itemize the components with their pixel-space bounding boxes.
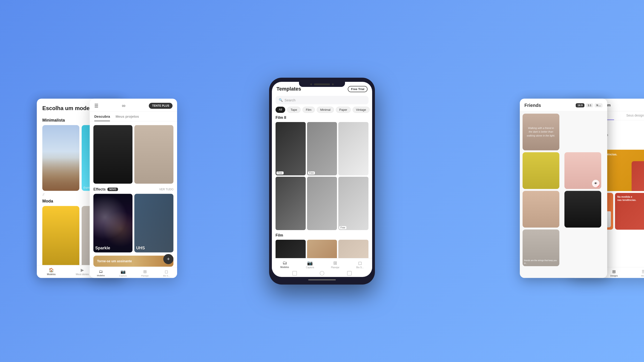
tab-meus-projetos[interactable]: Meus projetos bbox=[116, 114, 139, 121]
hamburger-icon[interactable]: ☰ bbox=[94, 103, 98, 108]
bio-icon: ◻ bbox=[165, 269, 168, 274]
panel-center-left: ☰ ∞ TENTE PLUS Descubra Meus projetos Ef… bbox=[90, 99, 177, 278]
phone-notch bbox=[299, 82, 345, 87]
preview-eye-icon[interactable]: 👁 bbox=[592, 180, 600, 187]
nav-fr-menu-label: Menu bbox=[641, 275, 644, 277]
plus-button[interactable]: + bbox=[163, 254, 174, 264]
cl-photo-woman bbox=[134, 125, 174, 184]
phone-search-bar[interactable]: 🔍 Search bbox=[276, 96, 368, 104]
phone-nav-captura[interactable]: 📷 Captura bbox=[306, 260, 314, 269]
cl-photo-couple bbox=[94, 125, 132, 184]
template-f2-2[interactable]: Free bbox=[307, 122, 337, 175]
template-f2-4[interactable] bbox=[276, 177, 306, 230]
torne-text: Torne-se um assinante bbox=[97, 259, 132, 263]
cl-photo-row bbox=[94, 125, 174, 184]
torne-banner[interactable]: Torne-se um assinante bbox=[94, 256, 174, 267]
friends-title: Friends bbox=[524, 103, 541, 108]
nav-cl-planejar[interactable]: ⊞ Planejar bbox=[141, 269, 148, 277]
template-f2-5[interactable] bbox=[307, 177, 337, 230]
sensor-dot bbox=[332, 83, 334, 85]
phone-app-title: Templates bbox=[276, 86, 301, 92]
phone-home-bar bbox=[308, 279, 336, 280]
friend-card-fashion[interactable] bbox=[522, 191, 559, 228]
cl-content: Effects NOVO VER TUDO Sparkle UHS Torne-… bbox=[90, 121, 177, 271]
recents-indicator[interactable] bbox=[347, 271, 352, 276]
effects-title: Effects bbox=[94, 187, 106, 191]
phone-body: Templates Free Trial 🔍 Search All Tape F… bbox=[269, 78, 375, 285]
cl-header: ☰ ∞ TENTE PLUS bbox=[90, 99, 177, 112]
chip-tape[interactable]: Tape bbox=[287, 107, 300, 113]
template-f2-6[interactable]: Free bbox=[338, 177, 368, 230]
grid-icon: 🗂 bbox=[99, 269, 103, 274]
friend-card-flowers[interactable]: REC 👁 bbox=[564, 152, 601, 189]
phone-nav-bio-label: Bio S... bbox=[356, 266, 364, 269]
bio-icon-phone: ◻ bbox=[358, 260, 362, 266]
chip-all[interactable]: All bbox=[276, 107, 285, 113]
back-indicator[interactable] bbox=[292, 271, 297, 276]
free-label-f2-1: Free bbox=[276, 171, 284, 174]
nav-left-meus-stories[interactable]: ▶ Meus stories bbox=[76, 268, 89, 276]
friend-card-yellow[interactable] bbox=[522, 152, 559, 189]
phone-nav-modelos[interactable]: 🗂 Modelos bbox=[280, 260, 289, 269]
effects-grid: Sparkle UHS bbox=[94, 194, 174, 252]
search-icon: 🔍 bbox=[279, 98, 283, 102]
play-icon: ▶ bbox=[81, 268, 84, 273]
template-f-3[interactable] bbox=[338, 240, 368, 258]
nav-cl-bio[interactable]: ◻ Bio S... bbox=[163, 269, 170, 277]
nav-fr-designs-label: Designs bbox=[610, 275, 618, 277]
ratio-169[interactable]: 16:9 bbox=[576, 103, 584, 107]
template-f2-1[interactable]: Free bbox=[276, 122, 306, 175]
nav-cl-captura[interactable]: 📷 Captura bbox=[119, 269, 126, 277]
designs-icon: ⊞ bbox=[612, 269, 616, 274]
tab-descubra[interactable]: Descubra bbox=[94, 114, 110, 121]
phone-nav-planejar-label: Planejar bbox=[331, 266, 340, 269]
app-logo: ∞ bbox=[122, 103, 126, 109]
camera-icon: 📷 bbox=[120, 269, 126, 274]
ver-tudo-link[interactable]: VER TUDO bbox=[159, 188, 174, 191]
template-f-1[interactable]: Free bbox=[276, 240, 306, 258]
card-yellow-fashion[interactable]: Autumn bbox=[42, 206, 79, 272]
phone-nav-captura-label: Captura bbox=[306, 266, 314, 269]
nav-fr-designs[interactable]: ⊞ Designs bbox=[610, 269, 618, 277]
ratio-9x[interactable]: 9:... bbox=[594, 103, 602, 107]
free-trial-badge[interactable]: Free Trial bbox=[348, 86, 368, 92]
phone-bottom-nav: 🗂 Modelos 📷 Captura ⊞ Planejar ◻ Bio S..… bbox=[272, 258, 372, 270]
tab-seus-designs[interactable]: Seus designs bbox=[614, 111, 644, 120]
plan-icon: ⊞ bbox=[143, 269, 147, 274]
film-grid: Free Free Free bbox=[276, 240, 368, 258]
phone-speaker bbox=[314, 83, 330, 85]
nav-left-modelos[interactable]: 🏠 Modelos bbox=[47, 268, 56, 276]
nav-cl-captura-label: Captura bbox=[119, 275, 126, 277]
effect-uhs[interactable]: UHS bbox=[134, 194, 174, 252]
story-card-3[interactable]: Na medida enas tendências. bbox=[615, 193, 644, 230]
nav-fr-menu[interactable]: ☰ Menu bbox=[641, 269, 644, 277]
chip-paper[interactable]: Paper bbox=[336, 107, 351, 113]
effect-sparkle[interactable]: Sparkle bbox=[94, 194, 132, 252]
nav-left-modelos-label: Modelos bbox=[47, 273, 56, 276]
section-film: Film bbox=[276, 233, 368, 237]
friend-card-stretch[interactable]: friends are the strings that keep you st… bbox=[522, 229, 559, 266]
nav-cl-bio-label: Bio S... bbox=[163, 275, 170, 277]
cl-tabs: Descubra Meus projetos bbox=[90, 112, 177, 121]
card-mountain[interactable] bbox=[42, 125, 79, 191]
phone-nav-planejar[interactable]: ⊞ Planejar bbox=[331, 260, 340, 269]
nav-cl-modelos[interactable]: 🗂 Modelos bbox=[97, 269, 105, 277]
ratio-badges: 16:9 1:1 9:... bbox=[576, 103, 602, 107]
phone-android-bar bbox=[272, 270, 372, 277]
ratio-11[interactable]: 1:1 bbox=[586, 103, 593, 107]
phone-nav-bio[interactable]: ◻ Bio S... bbox=[356, 260, 364, 269]
uhs-label: UHS bbox=[134, 244, 174, 252]
friend-card-couple[interactable]: Walking with a friend in the dark is bet… bbox=[522, 113, 559, 150]
chip-minimal[interactable]: Minimal bbox=[317, 107, 334, 113]
tente-plus-button[interactable]: TENTE PLUS bbox=[149, 103, 172, 109]
cl-bottom-nav: 🗂 Modelos 📷 Captura ⊞ Planejar ◻ Bio S..… bbox=[90, 267, 177, 278]
camera-dot bbox=[310, 83, 312, 85]
template-f-2[interactable]: Free bbox=[307, 240, 337, 258]
free-label-f2-6: Free bbox=[339, 226, 346, 229]
template-f2-3[interactable] bbox=[338, 122, 368, 175]
home-indicator[interactable] bbox=[320, 271, 324, 276]
chip-film[interactable]: Film bbox=[302, 107, 315, 113]
filter-chips: All Tape Film Minimal Paper Vintage bbox=[272, 107, 372, 116]
friend-card-dark[interactable] bbox=[564, 191, 601, 228]
chip-vintage[interactable]: Vintage bbox=[352, 107, 370, 113]
